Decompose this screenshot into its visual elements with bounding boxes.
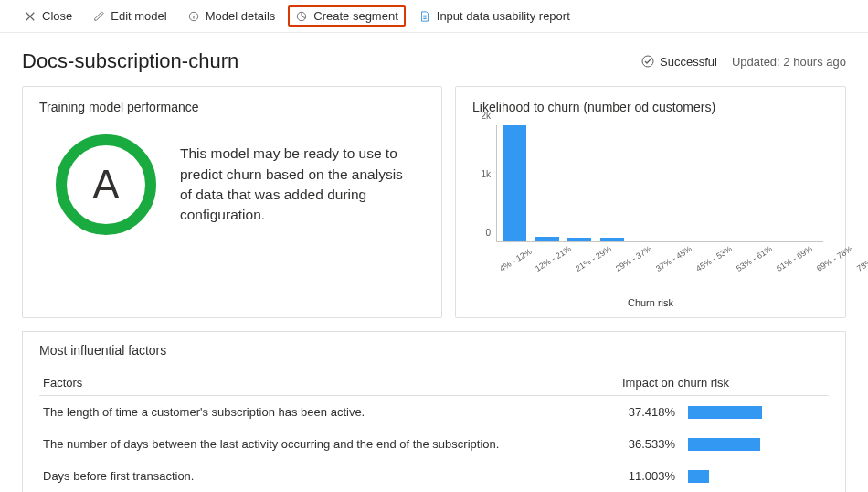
table-row: The length of time a customer's subscrip… xyxy=(39,396,829,429)
plot xyxy=(496,125,823,242)
toolbar: Close Edit model Model details Create se… xyxy=(0,0,868,33)
x-label: 12% - 21% xyxy=(532,241,573,273)
impact-value: 37.418% xyxy=(622,405,675,419)
bar-column xyxy=(630,125,661,241)
info-icon xyxy=(187,10,200,23)
model-details-label: Model details xyxy=(206,9,276,23)
x-label: 78% - 86% xyxy=(853,241,868,273)
bar xyxy=(567,238,591,241)
bar-column xyxy=(499,125,530,241)
impact-cell: 37.418% xyxy=(619,396,829,429)
bar-column xyxy=(564,125,595,241)
factors-table: Factors Impact on churn risk The length … xyxy=(39,370,829,492)
x-axis-title: Churn risk xyxy=(472,297,829,308)
edit-model-label: Edit model xyxy=(111,9,166,23)
x-label: 37% - 45% xyxy=(652,241,693,273)
input-report-label: Input data usability report xyxy=(437,9,570,23)
status-badge: Successful xyxy=(641,55,717,69)
factors-col-header: Factors xyxy=(39,370,619,396)
factors-title: Most influential factors xyxy=(39,343,829,358)
x-label: 69% - 78% xyxy=(813,241,854,273)
x-label: 45% - 53% xyxy=(693,241,734,273)
close-button[interactable]: Close xyxy=(16,5,79,27)
edit-model-button[interactable]: Edit model xyxy=(85,5,174,27)
impact-bar xyxy=(688,406,762,419)
table-row: Days before first transaction.11.003% xyxy=(39,460,829,492)
create-segment-button[interactable]: Create segment xyxy=(288,5,406,27)
model-details-button[interactable]: Model details xyxy=(180,5,283,27)
close-icon xyxy=(24,10,37,23)
x-label: 53% - 61% xyxy=(733,241,774,273)
impact-cell: 36.533% xyxy=(619,428,829,460)
check-circle-icon xyxy=(641,55,654,68)
impact-bar xyxy=(688,470,709,483)
bar-column xyxy=(727,125,758,241)
table-row: The number of days between the last acti… xyxy=(39,428,829,460)
bar-column xyxy=(760,125,791,241)
y-tick: 0 xyxy=(485,228,491,238)
x-label: 4% - 12% xyxy=(496,243,534,273)
input-report-button[interactable]: Input data usability report xyxy=(411,5,577,27)
performance-description: This model may be ready to use to predic… xyxy=(180,144,425,226)
factor-label: The number of days between the last acti… xyxy=(39,428,619,460)
x-label: 21% - 29% xyxy=(572,241,613,273)
page-title: Docs-subscription-churn xyxy=(22,49,238,73)
chart-area: 01k2k 4% - 12%12% - 21%21% - 29%29% - 37… xyxy=(472,125,829,272)
segment-icon xyxy=(295,10,308,23)
x-label: 61% - 69% xyxy=(773,241,814,273)
bar-column xyxy=(662,125,693,241)
bar xyxy=(600,238,624,241)
bar xyxy=(503,125,526,241)
y-tick: 2k xyxy=(481,111,491,121)
bar-column xyxy=(532,125,563,241)
bar-column xyxy=(597,125,628,241)
y-axis: 01k2k xyxy=(472,125,494,242)
pencil-icon xyxy=(92,10,105,23)
training-performance-title: Training model performance xyxy=(39,100,425,114)
impact-col-header: Impact on churn risk xyxy=(619,370,829,396)
bar xyxy=(535,237,559,241)
bar-column xyxy=(694,125,725,241)
status-text: Successful xyxy=(660,55,717,69)
training-performance-card: Training model performance A This model … xyxy=(22,86,442,318)
factor-label: The length of time a customer's subscrip… xyxy=(39,396,619,429)
impact-value: 11.003% xyxy=(622,469,675,483)
churn-chart-title: Likelihood to churn (number od customers… xyxy=(472,100,829,114)
grade-circle: A xyxy=(56,134,156,235)
impact-cell: 11.003% xyxy=(619,460,829,492)
updated-text: Updated: 2 hours ago xyxy=(732,55,846,69)
status-group: Successful Updated: 2 hours ago xyxy=(641,55,846,69)
close-label: Close xyxy=(42,9,72,23)
create-segment-label: Create segment xyxy=(313,9,398,23)
impact-value: 36.533% xyxy=(622,437,675,451)
grade-letter: A xyxy=(92,162,119,208)
x-label: 29% - 37% xyxy=(612,241,653,273)
svg-point-2 xyxy=(642,56,653,67)
y-tick: 1k xyxy=(481,169,491,179)
factors-card: Most influential factors Factors Impact … xyxy=(22,331,846,492)
churn-chart-card: Likelihood to churn (number od customers… xyxy=(455,86,846,318)
page-header: Docs-subscription-churn Successful Updat… xyxy=(0,33,868,86)
file-icon xyxy=(418,10,431,23)
bar-column xyxy=(792,125,823,241)
impact-bar xyxy=(688,438,760,451)
factor-label: Days before first transaction. xyxy=(39,460,619,492)
